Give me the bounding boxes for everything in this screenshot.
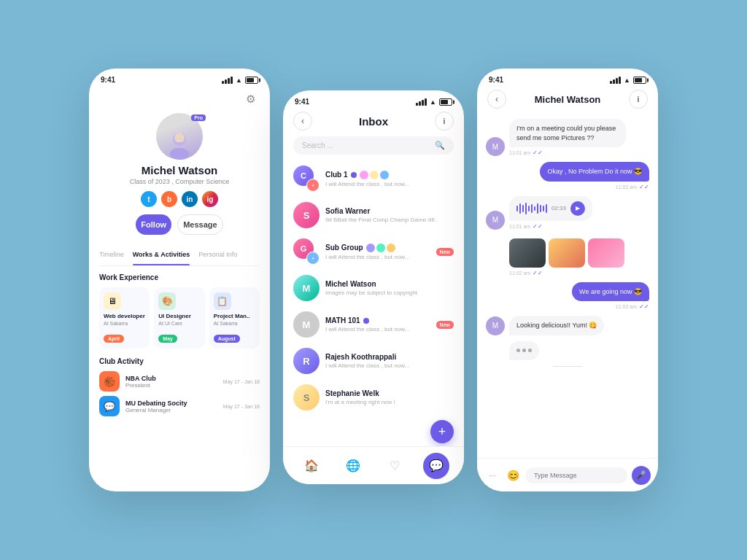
settings-button[interactable]: ⚙ — [241, 90, 260, 109]
img-thumb-3 — [588, 238, 624, 268]
action-buttons: Follow Message — [136, 214, 222, 235]
chat-back-button[interactable]: ‹ — [487, 90, 506, 109]
mic-button[interactable]: 🎤 — [632, 466, 651, 485]
wifi-icon-2: ▲ — [430, 98, 436, 106]
social-linkedin[interactable]: in — [182, 191, 198, 207]
work-title-1: Web developer — [104, 313, 145, 319]
club-icon-2: 💬 — [99, 396, 120, 416]
msg-row-4: We are going now 😎 11:02 am ✓✓ — [486, 282, 649, 311]
bubble-text-4: We are going now 😎 — [572, 282, 649, 302]
chat-header: ‹ Michel Watson i — [477, 87, 658, 114]
inbox-item-2[interactable]: G + Sub Group I will Attend the class , … — [283, 233, 464, 270]
tab-works[interactable]: Works & Activities — [133, 251, 190, 261]
msg-bubble-1: Okay , No Problem Do it now 😎 11:02 am ✓… — [540, 162, 649, 190]
work-badge-1: April — [104, 335, 124, 343]
image-grid — [509, 238, 624, 268]
status-icons-1: ▲ — [222, 77, 258, 84]
msg-time-2: 11:01 am ✓✓ — [509, 223, 592, 230]
phone-inbox: 9:41 ▲ ‹ Inbox i Search ... 🔍 C + — [283, 90, 464, 484]
social-icons: t b in ig — [141, 191, 218, 207]
club-icon-1: 🏀 — [99, 371, 120, 392]
avatar-4: M — [293, 311, 320, 338]
club-date-2: May 17 - Jan 18 — [223, 404, 260, 409]
info-button[interactable]: i — [435, 112, 454, 131]
phone-profile: 9:41 ▲ ⚙ — [89, 69, 270, 491]
phone-chat: 9:41 ▲ ‹ Michel Watson i M I'm on a meet… — [477, 69, 658, 491]
club-date-1: May 17 - Jan 18 — [223, 379, 260, 384]
svg-point-1 — [170, 148, 189, 160]
social-behance[interactable]: b — [161, 191, 177, 207]
back-button[interactable]: ‹ — [293, 112, 312, 131]
inbox-name-5: Rajesh Koothrappali — [325, 353, 396, 361]
more-button[interactable]: ··· — [484, 467, 500, 483]
chat-info-button[interactable]: i — [629, 90, 648, 109]
message-input[interactable] — [525, 467, 627, 483]
msg-row-1: Okay , No Problem Do it now 😎 11:02 am ✓… — [486, 162, 649, 190]
work-icon-3: 📋 — [214, 292, 231, 310]
inbox-item-0[interactable]: C + Club 1 I will Attend the class , but… — [283, 160, 464, 197]
play-button[interactable]: ▶ — [570, 201, 585, 216]
bottom-nav: 🏠 🌐 ♡ 💬 — [283, 446, 464, 484]
club-item-2[interactable]: 💬 MU Debating Socity General Manager May… — [99, 396, 260, 416]
nav-home[interactable]: 🏠 — [298, 453, 325, 479]
msg-time-0: 11:01 am ✓✓ — [509, 149, 626, 156]
search-bar[interactable]: Search ... 🔍 — [293, 136, 454, 155]
follow-button[interactable]: Follow — [136, 214, 171, 235]
inbox-name-3: Michel Watson — [325, 280, 376, 288]
msg-avatar-2: M — [486, 211, 505, 230]
inbox-info-1: Sofia Warner IM BBall the Final Comp Cha… — [325, 207, 454, 223]
avatar-wrapper: Pro — [156, 113, 203, 160]
work-icon-2: 🎨 — [158, 292, 176, 310]
emoji-button[interactable]: 😊 — [505, 467, 521, 483]
chat-divider — [553, 366, 582, 367]
img-thumb-2 — [549, 238, 585, 268]
message-button[interactable]: Message — [177, 214, 222, 235]
avatar-5: R — [293, 348, 320, 374]
inbox-preview-2: I will Attend the class , but now... — [325, 254, 430, 260]
club-list: 🏀 NBA Club President May 17 - Jan 18 💬 M… — [99, 371, 260, 416]
msg-bubble-0: I'm on a meeting could you please send m… — [509, 119, 626, 156]
wifi-icon-3: ▲ — [624, 77, 630, 84]
msg-time-1: 11:02 am ✓✓ — [540, 184, 649, 190]
inbox-name-6: Stephanie Welk — [325, 389, 379, 397]
status-time-2: 9:41 — [295, 98, 309, 106]
nav-heart[interactable]: ♡ — [382, 453, 408, 479]
status-time-1: 9:41 — [101, 76, 115, 84]
compose-fab[interactable]: + — [430, 420, 454, 443]
profile-area: Pro Michel Watson Class of 2023 , Comput… — [99, 113, 260, 244]
inbox-item-4[interactable]: M MATH 101 I will Attend the class , but… — [283, 306, 464, 343]
typing-dot-2 — [522, 349, 526, 352]
pro-badge: Pro — [191, 114, 206, 121]
club-name-1: NBA Club — [125, 375, 217, 382]
img-thumb-1 — [509, 238, 546, 268]
social-twitter[interactable]: t — [141, 191, 157, 207]
new-badge-4: New — [436, 321, 454, 329]
tab-personal[interactable]: Personal Info — [198, 251, 237, 261]
nav-chat[interactable]: 💬 — [423, 453, 449, 479]
inbox-item-5[interactable]: R Rajesh Koothrappali I will Attend the … — [283, 343, 464, 379]
msg-time-4: 11:02 am ✓✓ — [572, 303, 649, 310]
inbox-info-2: Sub Group I will Attend the class , but … — [325, 244, 430, 260]
tab-timeline[interactable]: Timeline — [99, 251, 124, 261]
typing-dot-3 — [528, 349, 532, 352]
social-instagram[interactable]: ig — [202, 191, 218, 207]
typing-row: M — [486, 341, 649, 360]
work-badge-2: May — [158, 335, 177, 343]
inbox-item-6[interactable]: S Stephanie Welk I'm at a meeting right … — [283, 379, 464, 416]
work-icon-1: 🖥 — [104, 292, 121, 310]
msg-row-5: M Looking delicious!! Yum! 😋 — [486, 316, 649, 335]
club-item-1[interactable]: 🏀 NBA Club President May 17 - Jan 18 — [99, 371, 260, 392]
nav-globe[interactable]: 🌐 — [340, 453, 366, 479]
inbox-item-3[interactable]: M Michel Watson Images may be subject to… — [283, 270, 464, 306]
work-title-3: Project Man.. — [214, 313, 255, 319]
inbox-title: Inbox — [359, 115, 388, 128]
club-role-1: President — [125, 382, 217, 389]
inbox-name-4: MATH 101 — [325, 316, 360, 324]
bubble-text-1: Okay , No Problem Do it now 😎 — [540, 162, 649, 182]
inbox-item-1[interactable]: S Sofia Warner IM BBall the Final Comp C… — [283, 197, 464, 233]
inbox-list: C + Club 1 I will Attend the class , but… — [283, 160, 464, 416]
status-icons-2: ▲ — [416, 98, 452, 106]
status-time-3: 9:41 — [489, 76, 503, 84]
signal-icon-2 — [416, 98, 427, 106]
msg-bubble-5: Looking delicious!! Yum! 😋 — [509, 316, 604, 335]
